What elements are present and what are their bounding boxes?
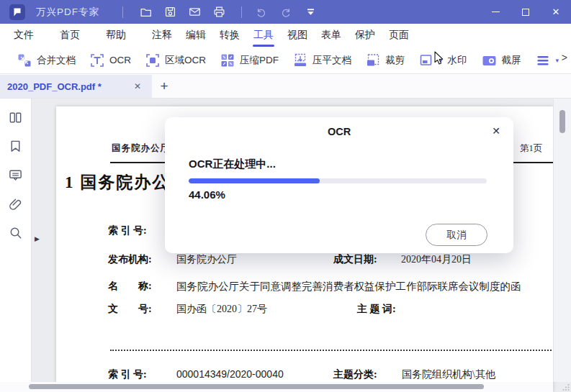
cancel-button[interactable]: 取消 [426,224,487,246]
menu-home[interactable]: 首页 [59,24,81,47]
comment-icon [8,168,23,183]
doc-field-label: 文 号: [108,303,152,316]
toolbar-label: 压平文档 [313,54,351,67]
dialog-close-button[interactable]: ✕ [490,124,502,138]
doc-field-label: 主题分类: [333,368,377,381]
print-button[interactable] [207,0,231,24]
ocr-icon [90,53,104,68]
ocr-button[interactable]: OCR [90,53,131,68]
region-ocr-icon [145,53,160,68]
comments-panel-button[interactable] [6,167,26,183]
search-panel-button[interactable] [6,224,26,240]
watermark-button[interactable]: ▾ 水印 [419,53,467,68]
document-tab[interactable]: 2020_PDF_OCR.pdf * ✕ [0,75,152,98]
close-icon: ✕ [134,81,141,91]
doc-field-label: 发布机构: [108,253,152,266]
vertical-scrollbar[interactable] [553,99,571,382]
customize-toolbar-dropdown[interactable] [298,0,323,24]
toolbar-overflow-chevron[interactable]: > [559,52,570,63]
menubar: 文件 首页 帮助 注释 编辑 转换 工具 视图 表单 保护 页面 [0,24,571,47]
doc-field-value: 国务院组织机构\其他 [402,368,495,381]
save-button[interactable] [158,0,182,24]
toolbar-label: 区域OCR [165,54,206,67]
save-icon [164,6,176,18]
menu-view[interactable]: 视图 [287,24,308,47]
toolbar-label: 裁剪 [385,54,405,67]
tab-title: 2020_PDF_OCR.pdf * [7,81,130,92]
ocr-status-text: OCR正在处理中... [189,158,276,171]
plus-icon: + [160,78,168,94]
horizontal-scrollbar-thumb[interactable] [29,384,484,389]
tab-close-button[interactable]: ✕ [130,80,145,93]
flatten-document-button[interactable]: 压平文档 [293,53,351,68]
toolbar-label: OCR [109,55,131,65]
doc-field-value: 国务院办公厅 [176,253,237,266]
vertical-scrollbar-thumb[interactable] [559,110,565,133]
toolbar-label: 水印 [448,54,467,67]
email-button[interactable] [182,0,207,24]
attachments-panel-button[interactable] [6,196,26,211]
doc-field-value: 国务院办公厅关于同意调整完善消费者权益保护工作部际联席会议制度的函 [176,280,521,293]
dialog-title: OCR [165,126,513,137]
chevron-down-icon: ▾ [556,57,559,64]
compress-pdf-icon [220,53,235,68]
region-ocr-button[interactable]: 区域OCR [145,53,206,68]
toolbar-label: 截屏 [502,54,521,67]
toolbar: 合并文档 OCR 区域OCR 压缩PDF [0,47,571,74]
compress-pdf-button[interactable]: 压缩PDF [220,53,279,68]
app-logo-icon [9,4,25,20]
chevron-down-icon: ▾ [439,57,443,64]
bookmark-icon [8,139,23,154]
menu-help[interactable]: 帮助 [105,24,127,47]
close-icon: ✕ [492,125,500,137]
doc-field-label: 名 称: [108,280,152,293]
bookmarks-panel-button[interactable] [6,138,26,154]
new-tab-button[interactable]: + [152,75,176,98]
menu-convert[interactable]: 转换 [219,24,240,47]
horizontal-scrollbar[interactable] [0,382,553,392]
thumbnails-panel-button[interactable] [6,109,26,125]
doc-field-label: 索 引 号: [108,368,147,381]
doc-heading: 1 国务院办公 [65,171,170,193]
hamburger-menu-icon [536,53,550,68]
more-tools-menu-button[interactable]: ▾ [536,53,559,68]
panel-expand-handle[interactable]: ▶ [33,234,41,244]
toolbar-label: 合并文档 [37,54,76,67]
resize-grip-icon [562,383,570,391]
screenshot-camera-icon [482,53,497,68]
redo-button[interactable] [274,0,298,24]
merge-documents-icon [17,53,32,68]
menu-tools[interactable]: 工具 [253,24,274,47]
open-file-button[interactable] [133,0,158,24]
printer-icon [213,6,225,18]
menu-form[interactable]: 表单 [320,24,342,47]
folder-icon [140,6,152,18]
flatten-document-icon [293,53,307,68]
minimize-button[interactable] [480,0,511,24]
undo-button[interactable] [249,0,274,24]
doc-field-value: 000014349/2020-00040 [176,368,284,380]
menu-edit[interactable]: 编辑 [185,24,207,47]
screenshot-button[interactable]: 截屏 [482,53,521,68]
close-window-button[interactable]: ✕ [541,0,571,24]
minimize-icon [492,12,500,13]
app-title: 万兴PDF专家 [36,6,99,19]
crop-icon [366,53,380,68]
watermark-icon [419,53,433,68]
menu-file[interactable]: 文件 [13,24,35,47]
maximize-button[interactable] [511,0,541,24]
left-panel-bar [0,99,32,392]
dropdown-funnel-icon [305,6,316,17]
resize-grip[interactable] [562,383,570,391]
titlebar-divider [241,6,242,18]
titlebar-divider [122,6,123,18]
merge-documents-button[interactable]: 合并文档 [17,53,76,68]
menu-page[interactable]: 页面 [388,24,410,47]
crop-button[interactable]: 裁剪 [366,53,405,68]
menu-comment[interactable]: 注释 [151,24,173,47]
undo-icon [256,6,267,18]
menu-protect[interactable]: 保护 [354,24,376,47]
paperclip-icon [8,196,23,211]
close-icon: ✕ [552,6,560,17]
doc-dotted-divider [110,350,553,351]
